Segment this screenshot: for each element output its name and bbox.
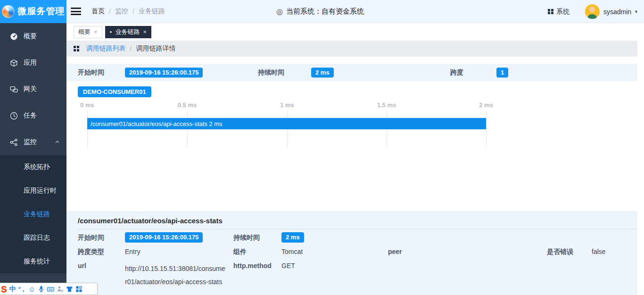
page-breadcrumb: 调用链路列表 / 调用链路详情 — [66, 41, 637, 57]
system-button[interactable]: 系统 — [556, 8, 570, 16]
trace-summary-row: 开始时间 2019-09-16 15:26:00.175 持续时间 2 ms 跨… — [66, 64, 637, 81]
app-logo: 微服务管理 — [0, 0, 66, 23]
service-badge[interactable]: DEMO-CONSUMER01 — [78, 86, 151, 97]
url-value: http://10.15.15.51:38081/consumer01/actu… — [125, 262, 227, 288]
ime-chinese-mode[interactable]: 中 — [9, 286, 16, 292]
sidebar-item-topology[interactable]: 系统拓扑 — [0, 155, 66, 179]
is-error-value: false — [592, 248, 606, 255]
avatar[interactable] — [585, 4, 600, 19]
axis-tick: 1.5 ms — [377, 101, 396, 109]
http-method-label: http.method — [233, 262, 272, 270]
clock-icon — [10, 112, 18, 120]
sidebar: 概要 应用 网关 任务 监控 系统拓扑 应用运行时 业务链路 跟踪日志 服务统计 — [0, 23, 66, 295]
sidebar-item-monitor[interactable]: 监控 — [0, 129, 66, 155]
ime-toolbar: S 中 °， ☺ — [0, 283, 98, 295]
close-icon[interactable]: × — [143, 28, 147, 35]
sidebar-item-label: 应用 — [24, 59, 37, 67]
sub-item-label: 服务统计 — [24, 257, 50, 266]
breadcrumb-monitor[interactable]: 监控 — [115, 7, 128, 16]
sub-item-label: 业务链路 — [24, 210, 50, 219]
breadcrumb-trace-detail: 调用链路详情 — [136, 44, 175, 53]
username[interactable]: sysadmin — [603, 8, 631, 16]
http-method-value: GET — [281, 262, 295, 270]
dashboard-icon — [10, 33, 18, 41]
sidebar-item-service-stats[interactable]: 服务统计 — [0, 250, 66, 273]
breadcrumb-current: 业务链路 — [139, 7, 165, 16]
sidebar-item-overview[interactable]: 概要 — [0, 23, 66, 50]
duration-label: 持续时间 — [233, 234, 260, 242]
app-title: 微服务管理 — [18, 5, 65, 17]
sidebar-item-trace-log[interactable]: 跟踪日志 — [0, 226, 66, 250]
axis-tick: 0.5 ms — [178, 101, 197, 109]
tab-bar: 概要 × ● 业务链路 × — [66, 23, 644, 41]
hamburger-menu-icon[interactable] — [71, 7, 83, 16]
sidebar-item-label: 监控 — [24, 138, 37, 146]
sidebar-item-label: 概要 — [24, 32, 37, 41]
emoji-icon[interactable]: ☺ — [28, 286, 35, 293]
eye-icon: ◎ — [276, 7, 283, 16]
keyboard-icon[interactable] — [47, 286, 54, 293]
sidebar-item-gateway[interactable]: 网关 — [0, 76, 66, 102]
span-detail-section: /consumer01/actuator/eos/api-access-stat… — [66, 211, 637, 295]
active-dot-icon: ● — [110, 30, 112, 34]
start-time-badge: 2019-09-16 15:26:00.175 — [125, 232, 203, 243]
tab-label: 业务链路 — [115, 28, 140, 36]
duration-badge: 2 ms — [281, 232, 304, 243]
sidebar-item-runtime[interactable]: 应用运行时 — [0, 179, 66, 202]
span-detail-title: /consumer01/actuator/eos/api-access-stat… — [78, 212, 637, 229]
sub-item-label: 跟踪日志 — [24, 234, 50, 242]
sidebar-submenu-monitor: 系统拓扑 应用运行时 业务链路 跟踪日志 服务统计 — [0, 155, 66, 273]
main-content: 概要 × ● 业务链路 × 调用链路列表 / 调用链路详情 开始时间 2019-… — [66, 23, 644, 295]
start-time-label: 开始时间 — [78, 68, 104, 77]
duration-badge: 2 ms — [311, 67, 334, 78]
span-count-badge: 1 — [496, 67, 508, 78]
tab-trace[interactable]: ● 业务链路 × — [105, 26, 151, 38]
sidebar-item-label: 网关 — [24, 85, 37, 93]
tab-overview[interactable]: 概要 × — [74, 26, 102, 38]
sidebar-item-trace[interactable]: 业务链路 — [0, 202, 66, 226]
skin-shirt-icon[interactable] — [66, 286, 73, 293]
axis-tick: 0 ms — [80, 101, 94, 109]
span-label: 跨度 — [450, 68, 463, 77]
span-type-value: Entry — [125, 248, 140, 255]
axis-tick: 1 ms — [280, 101, 294, 109]
tab-label: 概要 — [78, 28, 91, 36]
trace-timeline-panel: DEMO-CONSUMER01 0 ms 0.5 ms 1 ms 1.5 ms … — [66, 81, 644, 211]
sidebar-item-label: 任务 — [24, 111, 37, 120]
microphone-icon[interactable] — [38, 286, 45, 293]
sidebar-item-tasks[interactable]: 任务 — [0, 102, 66, 129]
component-label: 组件 — [233, 248, 247, 256]
gateway-icon — [10, 85, 18, 93]
is-error-label: 是否错误 — [547, 248, 573, 256]
axis-gridline — [486, 111, 487, 147]
toolbox-grid-icon[interactable] — [75, 286, 83, 293]
user-settings-icon[interactable] — [57, 286, 64, 293]
grid-icon — [74, 46, 79, 51]
sub-item-label: 应用运行时 — [24, 186, 57, 195]
caret-down-icon[interactable]: ▼ — [634, 9, 638, 14]
cube-icon — [10, 59, 18, 67]
top-header: 微服务管理 首页 / 监控 / 业务链路 ◎ 当前系统：自有资金系统 系统 sy… — [0, 0, 644, 23]
url-label: url — [78, 262, 86, 270]
start-time-label: 开始时间 — [78, 234, 104, 242]
system-grid-icon[interactable] — [548, 9, 553, 15]
breadcrumb-separator: / — [109, 8, 111, 15]
breadcrumb-home[interactable]: 首页 — [91, 7, 105, 16]
breadcrumb-separator: / — [130, 45, 132, 52]
breadcrumb-trace-list[interactable]: 调用链路列表 — [86, 44, 126, 53]
peer-label: peer — [388, 248, 402, 255]
ime-punctuation[interactable]: °， — [18, 286, 26, 292]
sub-item-label: 系统拓扑 — [24, 163, 50, 171]
top-breadcrumb: 首页 / 监控 / 业务链路 — [91, 7, 165, 16]
span-bar[interactable]: /consumer01/actuator/eos/api-access-stat… — [87, 118, 486, 129]
sidebar-item-apps[interactable]: 应用 — [0, 50, 66, 76]
duration-label: 持续时间 — [258, 68, 284, 77]
current-system-banner: ◎ 当前系统：自有资金系统 — [276, 0, 364, 23]
logo-swirl-icon — [2, 5, 15, 18]
share-nodes-icon — [10, 138, 18, 146]
close-icon[interactable]: × — [94, 28, 98, 35]
sogou-logo-icon[interactable]: S — [1, 285, 7, 294]
chevron-up-icon[interactable] — [55, 138, 60, 146]
span-type-label: 跨度类型 — [78, 248, 104, 256]
breadcrumb-separator: / — [132, 8, 134, 15]
